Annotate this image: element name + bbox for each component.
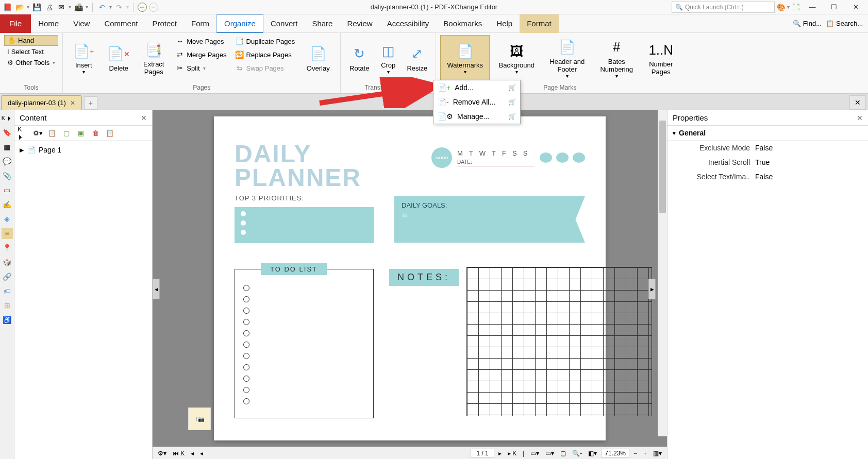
tool-other[interactable]: ⚙Other Tools▾ xyxy=(4,58,58,67)
scan-icon[interactable]: 📠 xyxy=(73,2,84,12)
sidebar-thumbnails-icon[interactable]: ▦ xyxy=(2,141,13,152)
ct-expand-icon[interactable]: K ⏵ xyxy=(18,128,29,138)
open-icon[interactable]: 📂 xyxy=(14,2,25,12)
dropdown-manage[interactable]: 📄⚙Manage...🛒 xyxy=(433,109,520,124)
sb-page[interactable]: 1 / 1 xyxy=(471,449,494,458)
dropdown-remove[interactable]: 📄-Remove All...🛒 xyxy=(433,95,520,109)
sb-view1[interactable]: ▭▾ xyxy=(528,450,541,457)
sb-first[interactable]: ◂ xyxy=(189,450,196,457)
sidebar-fields-icon[interactable]: ▭ xyxy=(2,184,13,196)
mail-icon[interactable]: ✉ xyxy=(56,2,66,12)
document-viewport[interactable]: ◂ ▸ DAILY PLANNER MOOD MTWTFSS DATE: xyxy=(153,110,667,447)
swap-pages-button[interactable]: ⇆Swap Pages xyxy=(232,62,298,74)
ui-options-icon[interactable]: 🎨 xyxy=(776,2,786,12)
menu-share[interactable]: Share xyxy=(305,14,340,33)
prop-row-exclusive[interactable]: Exclusive Mode False xyxy=(667,141,868,155)
sb-layout[interactable]: ▥▾ xyxy=(651,450,664,457)
menu-home[interactable]: Home xyxy=(31,14,66,33)
redo-icon[interactable]: ↷ xyxy=(114,2,124,12)
undo-icon[interactable]: ↶ xyxy=(97,2,107,12)
split-button[interactable]: ✂Split▾ xyxy=(172,62,229,74)
vertical-scrollbar[interactable] xyxy=(658,110,667,436)
minimize-button[interactable]: — xyxy=(802,1,823,14)
sb-zoom-minus[interactable]: − xyxy=(631,450,639,457)
dropdown-add[interactable]: 📄+Add...🛒 xyxy=(433,80,520,95)
prop-row-select-text[interactable]: Select Text/Ima.. False xyxy=(667,169,868,184)
replace-pages-button[interactable]: 🔁Replace Pages xyxy=(232,48,298,61)
forward-icon[interactable]: → xyxy=(149,3,158,12)
ct-box1-icon[interactable]: ▢ xyxy=(61,128,72,138)
duplicate-pages-button[interactable]: 📑Duplicate Pages xyxy=(232,35,298,47)
print-icon[interactable]: 🖨 xyxy=(44,2,54,12)
header-footer-button[interactable]: 📄Header and Footer▾ xyxy=(543,35,591,81)
sidebar-tags-icon[interactable]: 🏷 xyxy=(2,285,13,297)
rotate-button[interactable]: ↻Rotate xyxy=(345,35,374,81)
delete-button[interactable]: 📄✕Delete xyxy=(102,35,135,81)
file-menu[interactable]: File xyxy=(0,14,31,33)
tool-hand[interactable]: ✋Hand xyxy=(4,35,58,46)
sidebar-signatures-icon[interactable]: ✍ xyxy=(2,199,13,210)
sidebar-order-icon[interactable]: ⊞ xyxy=(2,300,13,311)
properties-close-icon[interactable]: ✕ xyxy=(857,114,863,122)
bates-button[interactable]: #Bates Numbering▾ xyxy=(593,35,640,81)
ct-trash-icon[interactable]: 🗑 xyxy=(90,128,101,138)
menu-form[interactable]: Form xyxy=(184,14,216,33)
sb-zoom-plus[interactable]: + xyxy=(641,450,649,457)
sb-zoom-dropdown[interactable]: ◧▾ xyxy=(586,450,599,457)
tab-close-icon[interactable]: ✕ xyxy=(70,99,75,107)
resize-button[interactable]: ⤢Resize xyxy=(403,35,431,81)
sb-next[interactable]: ▸ xyxy=(496,450,504,457)
menu-bookmarks[interactable]: Bookmarks xyxy=(436,14,489,33)
sidebar-dest-icon[interactable]: 📍 xyxy=(2,242,13,253)
sb-prev[interactable]: ◂ xyxy=(198,450,205,457)
sb-nav-k[interactable]: ⏮ K xyxy=(171,450,187,457)
sidebar-attachments-icon[interactable]: 📎 xyxy=(2,170,13,181)
insert-button[interactable]: 📄+Insert▾ xyxy=(67,35,100,81)
menu-view[interactable]: View xyxy=(66,14,97,33)
quick-launch-input[interactable]: 🔍 Quick Launch (Ctrl+.) xyxy=(672,2,775,13)
sb-options-icon[interactable]: ⚙▾ xyxy=(156,450,169,457)
ct-box2-icon[interactable]: ▣ xyxy=(75,128,87,138)
overlay-button[interactable]: 📄Overlay xyxy=(300,35,336,81)
back-icon[interactable]: ← xyxy=(138,3,147,12)
fullscreen-icon[interactable]: ⛶ xyxy=(791,2,801,12)
sidebar-content-icon[interactable]: ≡ xyxy=(2,228,13,239)
sidebar-bookmark-icon[interactable]: 🔖 xyxy=(2,127,13,138)
close-button[interactable]: ✕ xyxy=(845,1,866,14)
content-close-icon[interactable]: ✕ xyxy=(141,114,147,122)
save-icon[interactable]: 💾 xyxy=(31,2,42,12)
background-button[interactable]: 🖼Background▾ xyxy=(492,35,541,81)
document-tab[interactable]: daliy-planner-03 (1) ✕ xyxy=(1,95,82,110)
sidebar-accessibility-icon[interactable]: ♿ xyxy=(2,314,13,326)
menu-organize[interactable]: Organize xyxy=(216,14,263,33)
ct-props-icon[interactable]: 📋 xyxy=(104,128,115,138)
sb-zoom-out[interactable]: 🔍- xyxy=(570,450,584,457)
sidebar-comments-icon[interactable]: 💬 xyxy=(2,156,13,167)
collapse-right-handle[interactable]: ▸ xyxy=(648,279,656,299)
extract-button[interactable]: 📑Extract Pages xyxy=(137,35,170,81)
menu-convert[interactable]: Convert xyxy=(263,14,305,33)
collapse-left-handle[interactable]: ◂ xyxy=(153,279,160,299)
ct-gear-icon[interactable]: ⚙▾ xyxy=(32,128,43,138)
search-button[interactable]: 📋Search... xyxy=(826,20,863,27)
sb-zoom-value[interactable]: 71.23% xyxy=(601,449,629,458)
prop-row-inertial[interactable]: Inertial Scroll True xyxy=(667,155,868,169)
number-pages-button[interactable]: 1..NNumber Pages xyxy=(642,35,679,81)
tree-page1[interactable]: ▶ 📄 Page 1 xyxy=(20,144,147,156)
new-tab-button[interactable]: + xyxy=(84,96,97,110)
sidebar-layers-icon[interactable]: ◈ xyxy=(2,213,13,225)
ct-copy-icon[interactable]: 📋 xyxy=(46,128,58,138)
menu-review[interactable]: Review xyxy=(340,14,379,33)
maximize-button[interactable]: ☐ xyxy=(824,1,844,14)
menu-help[interactable]: Help xyxy=(489,14,520,33)
menu-accessibility[interactable]: Accessibility xyxy=(380,14,437,33)
sidebar-k-icon[interactable]: K ⏵ xyxy=(2,112,13,124)
move-pages-button[interactable]: ↔Move Pages xyxy=(172,35,229,47)
crop-button[interactable]: ◫Crop▾ xyxy=(376,35,400,81)
sb-last[interactable]: ▸ K xyxy=(506,450,519,457)
properties-general-section[interactable]: ▾ General xyxy=(667,126,868,141)
sb-view2[interactable]: ▭▾ xyxy=(543,450,556,457)
find-button[interactable]: 🔍Find... xyxy=(793,20,822,27)
close-all-tabs[interactable]: ✕ xyxy=(849,95,866,110)
sb-view3[interactable]: ▢ xyxy=(558,450,568,457)
